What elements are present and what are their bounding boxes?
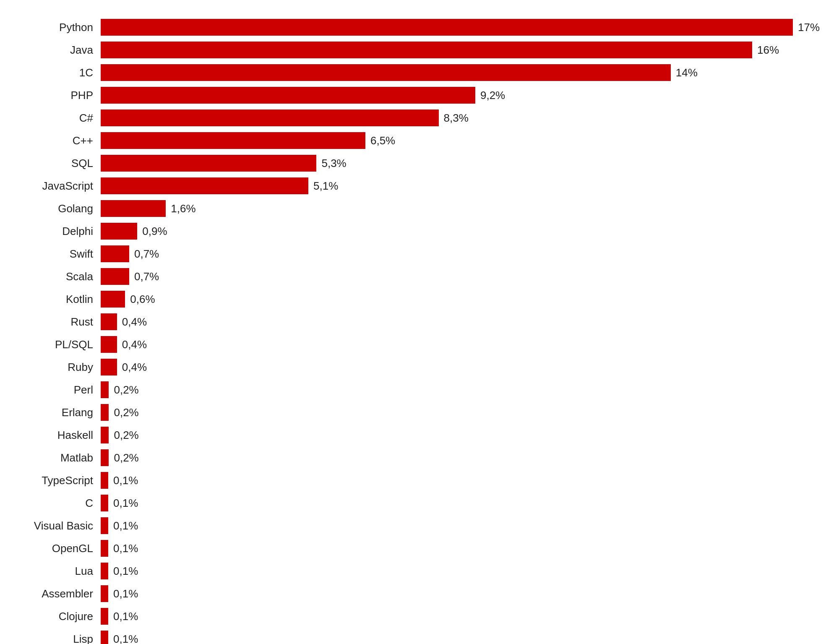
bar-fill — [101, 245, 129, 262]
bar-fill — [101, 449, 109, 466]
bar-track: 0,4% — [101, 313, 814, 330]
table-row: 1C14% — [25, 62, 814, 83]
bar-label: SQL — [25, 157, 101, 170]
bar-value: 0,1% — [113, 587, 138, 600]
bar-label: Perl — [25, 383, 101, 396]
bar-label: Rust — [25, 315, 101, 329]
bar-label: PL/SQL — [25, 338, 101, 351]
bar-track: 1,6% — [101, 200, 814, 217]
table-row: Rust0,4% — [25, 311, 814, 332]
table-row: Erlang0,2% — [25, 402, 814, 423]
bar-label: Swift — [25, 248, 101, 261]
table-row: JavaScript5,1% — [25, 175, 814, 196]
bar-label: TypeScript — [25, 474, 101, 487]
bar-track: 0,4% — [101, 336, 814, 353]
bar-fill — [101, 608, 108, 625]
bar-track: 14% — [101, 64, 814, 81]
bar-label: Scala — [25, 270, 101, 283]
bar-value: 0,4% — [122, 338, 147, 351]
bar-track: 0,9% — [101, 223, 814, 240]
table-row: SQL5,3% — [25, 153, 814, 174]
bar-track: 0,2% — [101, 404, 814, 421]
bar-value: 0,9% — [142, 225, 167, 238]
table-row: PL/SQL0,4% — [25, 334, 814, 355]
bar-label: Python — [25, 21, 101, 34]
bar-fill — [101, 427, 109, 443]
bar-fill — [101, 177, 308, 194]
bar-value: 0,1% — [113, 474, 138, 487]
bar-track: 0,2% — [101, 381, 814, 398]
bar-label: Java — [25, 44, 101, 57]
bar-track: 6,5% — [101, 132, 814, 149]
table-row: Java16% — [25, 39, 814, 60]
bar-track: 0,1% — [101, 472, 814, 489]
bar-track: 0,6% — [101, 291, 814, 308]
bar-label: C — [25, 497, 101, 510]
bar-track: 0,7% — [101, 268, 814, 285]
bar-value: 0,2% — [114, 429, 138, 442]
table-row: Haskell0,2% — [25, 425, 814, 446]
bar-label: Ruby — [25, 361, 101, 374]
bar-fill — [101, 291, 125, 308]
bar-value: 0,1% — [113, 542, 138, 555]
bar-track: 0,1% — [101, 495, 814, 511]
bar-track: 0,1% — [101, 608, 814, 625]
table-row: OpenGL0,1% — [25, 538, 814, 559]
table-row: Matlab0,2% — [25, 447, 814, 468]
bar-track: 5,3% — [101, 155, 814, 172]
bar-fill — [101, 200, 166, 217]
bar-label: Haskell — [25, 429, 101, 442]
bar-track: 0,1% — [101, 585, 814, 602]
table-row: Delphi0,9% — [25, 221, 814, 242]
table-row: Scala0,7% — [25, 266, 814, 287]
bar-label: Assembler — [25, 587, 101, 600]
bar-value: 0,1% — [113, 633, 138, 644]
bar-value: 0,7% — [134, 270, 159, 283]
bar-label: 1C — [25, 66, 101, 79]
bar-label: Erlang — [25, 406, 101, 419]
bar-track: 0,1% — [101, 563, 814, 579]
bar-track: 5,1% — [101, 177, 814, 194]
bar-label: Lisp — [25, 633, 101, 644]
bar-label: Golang — [25, 202, 101, 215]
bar-value: 0,4% — [122, 361, 147, 374]
bar-fill — [101, 132, 365, 149]
bar-label: Matlab — [25, 451, 101, 464]
table-row: C#8,3% — [25, 107, 814, 128]
bar-fill — [101, 495, 108, 511]
bar-value: 5,3% — [321, 157, 346, 170]
bar-label: JavaScript — [25, 180, 101, 193]
table-row: PHP9,2% — [25, 85, 814, 106]
bar-fill — [101, 42, 752, 58]
bar-value: 9,2% — [480, 89, 505, 102]
bar-track: 0,4% — [101, 359, 814, 375]
bar-fill — [101, 472, 108, 489]
bar-track: 16% — [101, 42, 814, 58]
table-row: Python17% — [25, 17, 814, 38]
bar-label: C++ — [25, 134, 101, 147]
table-row: Golang1,6% — [25, 198, 814, 219]
bar-fill — [101, 404, 109, 421]
bar-value: 6,5% — [370, 134, 395, 147]
bar-track: 0,1% — [101, 631, 814, 644]
bar-value: 0,1% — [113, 565, 138, 578]
bar-value: 5,1% — [313, 180, 338, 193]
bar-label: C# — [25, 112, 101, 125]
bar-value: 0,6% — [130, 293, 155, 306]
bar-fill — [101, 631, 108, 644]
bar-track: 0,2% — [101, 449, 814, 466]
bar-label: Delphi — [25, 225, 101, 238]
bar-fill — [101, 563, 108, 579]
bar-label: Visual Basic — [25, 519, 101, 532]
bar-value: 0,4% — [122, 315, 147, 329]
bar-value: 0,1% — [113, 610, 138, 623]
bar-fill — [101, 381, 109, 398]
table-row: Clojure0,1% — [25, 606, 814, 627]
bar-fill — [101, 155, 316, 172]
table-row: TypeScript0,1% — [25, 470, 814, 491]
bar-fill — [101, 359, 117, 375]
table-row: Lua0,1% — [25, 561, 814, 581]
bar-fill — [101, 585, 108, 602]
bar-label: PHP — [25, 89, 101, 102]
bar-label: OpenGL — [25, 542, 101, 555]
